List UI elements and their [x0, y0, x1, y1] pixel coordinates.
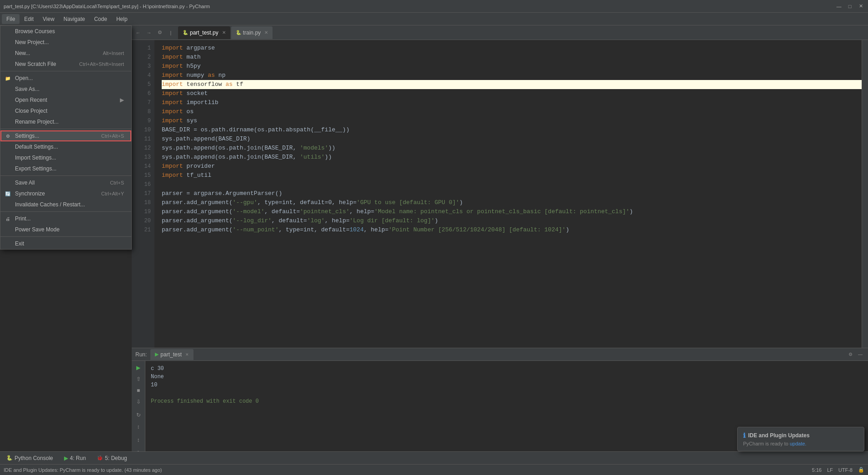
tab-part-test-close[interactable]: ✕: [222, 30, 226, 35]
open-label: Open...: [15, 75, 33, 81]
menu-browse-courses[interactable]: Browse Courses: [0, 26, 131, 37]
menu-print[interactable]: 🖨 Print...: [0, 213, 131, 224]
window-controls: — □ ✕: [835, 3, 864, 10]
bottom-settings-btn[interactable]: ⚙: [846, 350, 854, 359]
synchronize-label: Synchronize: [15, 190, 45, 197]
tab-bar-actions: ← → ⚙ |: [134, 28, 175, 37]
run-tab-close[interactable]: ✕: [185, 352, 189, 357]
minimize-button[interactable]: —: [835, 3, 843, 10]
info-icon: ℹ: [743, 432, 745, 439]
new-scratch-label: New Scratch File: [15, 61, 56, 67]
menu-file[interactable]: File: [2, 14, 20, 24]
divider-3: [0, 175, 131, 176]
run-scroll-btn[interactable]: ↕: [134, 422, 144, 431]
tab-action-forward[interactable]: →: [144, 28, 154, 37]
tab-action-split[interactable]: |: [166, 28, 175, 37]
invalidate-caches-label: Invalidate Caches / Restart...: [15, 201, 85, 208]
settings-shortcut: Ctrl+Alt+S: [101, 133, 124, 139]
menu-rename-project[interactable]: Rename Project...: [0, 116, 131, 127]
code-content: import argparse import math import h5py …: [154, 40, 862, 348]
tab-python-icon-2: 🐍: [236, 30, 241, 35]
python-console-icon: 🐍: [6, 455, 13, 461]
notification-popup: ℹ IDE and Plugin Updates PyCharm is read…: [737, 427, 864, 451]
export-settings-label: Export Settings...: [15, 165, 56, 172]
status-line-ending: LF: [827, 467, 833, 473]
new-label: New...: [15, 50, 30, 56]
bottom-minimize-btn[interactable]: —: [856, 350, 864, 359]
tab-action-settings[interactable]: ⚙: [155, 28, 164, 37]
menu-save-as[interactable]: Save As...: [0, 84, 131, 95]
run-down-btn[interactable]: ⇩: [134, 397, 144, 407]
tab-part-test-label: part_test.py: [190, 30, 218, 36]
menu-synchronize[interactable]: 🔄 Synchronize Ctrl+Alt+Y: [0, 188, 131, 199]
save-all-shortcut: Ctrl+S: [110, 180, 124, 185]
save-as-label: Save As...: [15, 86, 40, 92]
code-line-11: sys.path.append(BASE_DIR): [162, 135, 862, 144]
right-scrollbar[interactable]: [862, 40, 868, 348]
run-up-btn[interactable]: ⇧: [134, 374, 144, 384]
code-line-4: import numpy as np: [162, 71, 862, 80]
browse-courses-label: Browse Courses: [15, 28, 55, 35]
menu-open-recent[interactable]: Open Recent ▶: [0, 95, 131, 105]
save-all-label: Save All: [15, 180, 35, 186]
menu-default-settings[interactable]: Default Settings...: [0, 141, 131, 152]
settings-label: Settings...: [15, 133, 39, 139]
run-rerun-btn[interactable]: ↻: [134, 410, 144, 420]
menu-exit[interactable]: Exit: [0, 238, 131, 249]
menu-import-settings[interactable]: Import Settings...: [0, 152, 131, 163]
code-line-17: parser = argparse.ArgumentParser(): [162, 189, 862, 198]
run-tab[interactable]: ▶ 4: Run: [60, 454, 90, 463]
bottom-panel-tabs: Run: ▶ part_test ✕ ⚙ —: [132, 348, 868, 361]
divider-4: [0, 211, 131, 212]
tab-part-test[interactable]: 🐍 part_test.py ✕: [178, 26, 230, 39]
python-console-tab[interactable]: 🐍 Python Console: [2, 454, 58, 463]
code-line-12: sys.path.append(os.path.join(BASE_DIR, '…: [162, 144, 862, 153]
menu-open[interactable]: 📁 Open...: [0, 73, 131, 84]
menu-new[interactable]: New... Alt+Insert: [0, 48, 131, 59]
output-line-3: 10: [151, 381, 863, 389]
menu-power-save[interactable]: Power Save Mode: [0, 224, 131, 235]
notification-link[interactable]: update.: [790, 441, 807, 446]
divider-1: [0, 71, 131, 71]
maximize-button[interactable]: □: [846, 3, 853, 10]
menu-view[interactable]: View: [38, 14, 59, 24]
python-console-label: Python Console: [15, 455, 53, 461]
notification-title: ℹ IDE and Plugin Updates: [743, 432, 858, 439]
new-project-label: New Project...: [15, 39, 49, 45]
menu-navigate[interactable]: Navigate: [59, 14, 89, 24]
menu-code[interactable]: Code: [89, 14, 112, 24]
run-wrap-btn[interactable]: ↕: [134, 435, 144, 445]
code-line-19: parser.add_argument('--model', default='…: [162, 207, 862, 216]
run-label: Run:: [135, 351, 147, 358]
menu-help[interactable]: Help: [112, 14, 132, 24]
debug-tab[interactable]: 🐞 5: Debug: [92, 454, 132, 463]
code-line-6: import socket: [162, 89, 862, 98]
code-line-20: parser.add_argument('--log_dir', default…: [162, 216, 862, 225]
bottom-toolbar: 🐍 Python Console ▶ 4: Run 🐞 5: Debug: [0, 451, 868, 464]
tab-action-back[interactable]: ←: [134, 28, 143, 37]
menu-invalidate-caches[interactable]: Invalidate Caches / Restart...: [0, 199, 131, 210]
divider-5: [0, 236, 131, 237]
close-button[interactable]: ✕: [857, 3, 864, 10]
code-line-8: import os: [162, 107, 862, 116]
debug-label: 5: Debug: [105, 455, 127, 461]
code-line-2: import math: [162, 53, 862, 62]
tab-train-close[interactable]: ✕: [264, 30, 268, 35]
menu-edit[interactable]: Edit: [20, 14, 38, 24]
menu-new-scratch[interactable]: New Scratch File Ctrl+Alt+Shift+Insert: [0, 59, 131, 70]
tab-train[interactable]: 🐍 train.py ✕: [231, 26, 273, 39]
run-stop-btn[interactable]: ■: [134, 385, 144, 395]
tab-bar: ← → ⚙ | 🐍 part_test.py ✕ 🐍 train.py ✕: [132, 25, 868, 40]
status-bar: IDE and Plugin Updates: PyCharm is ready…: [0, 464, 868, 475]
run-tab-part-test[interactable]: ▶ part_test ✕: [150, 349, 193, 360]
new-shortcut: Alt+Insert: [103, 50, 124, 56]
run-play-btn[interactable]: ▶: [134, 363, 144, 372]
menu-settings[interactable]: ⚙ Settings... Ctrl+Alt+S: [0, 130, 131, 141]
code-line-18: parser.add_argument('--gpu', type=int, d…: [162, 198, 862, 207]
tab-train-label: train.py: [243, 30, 261, 36]
menu-close-project[interactable]: Close Project: [0, 105, 131, 116]
menu-export-settings[interactable]: Export Settings...: [0, 163, 131, 174]
menu-save-all[interactable]: Save All Ctrl+S: [0, 177, 131, 188]
menu-new-project[interactable]: New Project...: [0, 37, 131, 48]
line-numbers: 12345 678910 1112131415 161718192021: [132, 40, 154, 348]
